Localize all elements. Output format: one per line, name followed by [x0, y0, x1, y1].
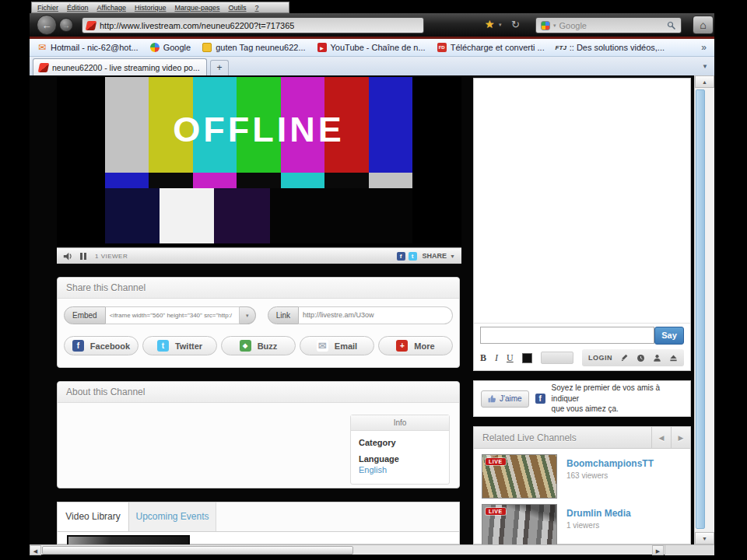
embed-label: Embed	[64, 306, 106, 324]
about-panel-title: About this Channel	[58, 382, 459, 403]
like-text-line2: que vous aimez ça.	[552, 404, 619, 413]
search-input[interactable]: ▾ Google	[535, 17, 682, 33]
facebook-icon[interactable]: f	[397, 252, 405, 261]
menu-marque-pages[interactable]: Marque-pages	[174, 4, 219, 12]
bookmark-guten-tag[interactable]: guten Tag neuneu622...	[202, 43, 305, 52]
share-label[interactable]: SHARE	[423, 252, 447, 260]
share-channel-panel: Share this Channel Embed <iframe width="…	[57, 277, 460, 368]
email-share-button[interactable]: ✉ Email	[300, 336, 374, 355]
pencil-icon[interactable]	[620, 354, 629, 362]
language-value-link[interactable]: English	[359, 465, 449, 474]
color-bars-bottom-row	[105, 188, 412, 243]
buzz-icon: ◆	[240, 340, 251, 352]
pause-icon[interactable]	[80, 249, 88, 263]
related-channel-item[interactable]: LIVE BoomchampionsTT 163 viewers	[482, 454, 682, 499]
menu-affichage[interactable]: Affichage	[97, 4, 126, 12]
scroll-right-button[interactable]: ▶	[652, 545, 664, 555]
italic-button[interactable]: I	[495, 352, 498, 364]
bookmark-hotmail[interactable]: ✉ Hotmail - nic-62@hot...	[37, 43, 139, 52]
bookmark-telecharge[interactable]: FD Télécharge et converti ...	[437, 43, 545, 52]
channel-thumbnail[interactable]: LIVE	[482, 454, 557, 499]
screen: Fichier Édition Affichage Historique Mar…	[0, 0, 747, 560]
horizontal-scrollbar-thumb[interactable]	[42, 546, 353, 555]
user-icon[interactable]	[653, 354, 661, 362]
bookmark-solutions-video[interactable]: FTJ :: Des solutions vidéos,...	[556, 43, 665, 52]
buzz-share-button[interactable]: ◆ Buzz	[221, 336, 296, 355]
more-icon: +	[396, 340, 408, 352]
related-channel-item[interactable]: LIVE Drumlin Media 1 viewers	[482, 504, 682, 544]
menu-outils[interactable]: Outils	[229, 4, 247, 12]
twitter-share-button[interactable]: t Twitter	[142, 336, 217, 355]
tab-upcoming-events[interactable]: Upcoming Events	[129, 502, 216, 531]
eject-icon[interactable]	[669, 354, 678, 362]
underline-button[interactable]: U	[507, 352, 514, 364]
menu-fichier[interactable]: Fichier	[37, 4, 58, 12]
twitter-icon[interactable]: t	[409, 252, 417, 261]
back-button[interactable]: ←	[37, 15, 57, 35]
bookmark-star-icon[interactable]: ★	[485, 18, 495, 30]
video-area[interactable]: OFFLINE	[57, 77, 461, 247]
button-label: More	[414, 341, 434, 351]
more-share-button[interactable]: + More	[378, 336, 453, 355]
bookmark-caret-icon[interactable]: ▾	[499, 22, 502, 28]
home-button[interactable]: ⌂	[693, 16, 714, 34]
tab-neuneu62200[interactable]: neuneu62200 - live streaming video po...	[33, 58, 207, 75]
bold-button[interactable]: B	[480, 352, 486, 364]
bar-navy	[105, 188, 160, 243]
vertical-scrollbar[interactable]: ▲ ▼	[694, 75, 714, 544]
vertical-scrollbar-thumb[interactable]	[696, 89, 705, 529]
info-box-title: Info	[351, 415, 449, 431]
bookmark-google[interactable]: Google	[150, 43, 191, 52]
reload-icon[interactable]: ↻	[511, 19, 520, 30]
related-channels-list: LIVE BoomchampionsTT 163 viewers LIVE Dr…	[473, 449, 691, 544]
channel-name-link[interactable]: BoomchampionsTT	[566, 458, 654, 469]
embed-field-group: Embed <iframe width="560" height="340" s…	[64, 306, 256, 324]
clock-icon[interactable]	[637, 354, 645, 362]
bookmark-youtube[interactable]: ▶ YouTube - Chaîne de n...	[317, 43, 426, 52]
menu-bar: Fichier Édition Affichage Historique Mar…	[31, 2, 289, 13]
share-caret-icon[interactable]: ▼	[450, 254, 455, 259]
facebook-share-button[interactable]: f Facebook	[64, 336, 139, 355]
chat-message-input[interactable]	[480, 327, 654, 344]
scroll-left-button[interactable]: ◀	[30, 545, 41, 555]
language-label: Language	[359, 454, 449, 464]
bookmarks-overflow-chevron[interactable]: »	[701, 42, 707, 53]
related-prev-button[interactable]: ◀	[651, 427, 671, 448]
library-video-thumbnail[interactable]	[67, 535, 190, 544]
search-icon[interactable]	[667, 21, 676, 30]
volume-icon[interactable]	[63, 251, 73, 261]
menu-historique[interactable]: Historique	[135, 4, 167, 12]
bookmark-label: Hotmail - nic-62@hot...	[51, 43, 139, 52]
like-text-line1: Soyez le premier de vos amis à indiquer	[552, 383, 661, 403]
embed-code-input[interactable]: <iframe width="560" height="340" src="ht…	[106, 306, 240, 324]
like-prompt-text: Soyez le premier de vos amis à indiquer …	[552, 383, 683, 415]
menu-aide[interactable]: ?	[255, 4, 259, 12]
like-button[interactable]: J'aime	[481, 390, 529, 408]
like-button-label: J'aime	[500, 394, 522, 403]
menu-edition[interactable]: Édition	[67, 4, 89, 12]
scroll-down-button[interactable]: ▼	[695, 532, 714, 544]
button-label: Email	[335, 341, 357, 351]
say-button[interactable]: Say	[654, 327, 684, 345]
channel-thumbnail[interactable]: LIVE	[482, 504, 557, 544]
scroll-up-button[interactable]: ▲	[695, 75, 714, 88]
channel-name-link[interactable]: Drumlin Media	[566, 508, 631, 519]
category-label: Category	[359, 438, 449, 447]
list-all-tabs-icon[interactable]: ▼	[702, 63, 708, 70]
forward-button[interactable]: →	[59, 18, 73, 32]
link-field-group: Link http://livestre.am/U3ow	[268, 306, 453, 324]
related-next-button[interactable]: ▶	[671, 427, 690, 448]
login-button[interactable]: LOGIN	[588, 354, 612, 362]
chat-divider	[474, 323, 690, 324]
search-engine-caret-icon[interactable]: ▾	[553, 23, 556, 29]
address-bar[interactable]: http://www.livestream.com/neuneu62200?t=…	[82, 17, 424, 33]
link-input[interactable]: http://livestre.am/U3ow	[299, 306, 453, 324]
format-extra-button[interactable]	[541, 352, 573, 364]
horizontal-scrollbar[interactable]: ◀ ▶	[30, 544, 714, 555]
text-color-swatch[interactable]	[522, 353, 532, 363]
new-tab-button[interactable]: +	[210, 60, 229, 75]
button-label: Facebook	[90, 341, 130, 351]
tab-video-library[interactable]: Video Library	[58, 502, 129, 531]
share-group[interactable]: f t SHARE ▼	[397, 252, 455, 261]
embed-caret-button[interactable]: ▾	[240, 306, 256, 324]
